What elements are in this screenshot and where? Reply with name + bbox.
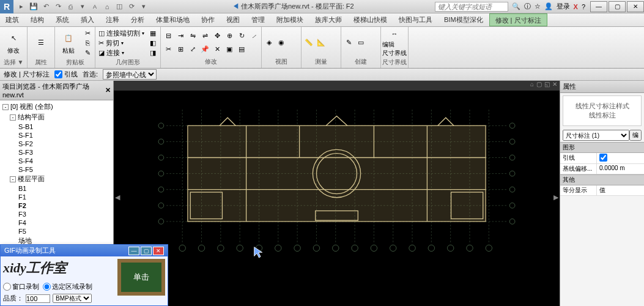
tree-node[interactable]: -楼层平面	[1, 174, 112, 184]
menu-tab-12[interactable]: 楼梯山快模	[348, 13, 393, 26]
tree-node[interactable]: F2	[1, 201, 112, 210]
view-close-icon[interactable]: ✕	[552, 81, 557, 91]
window-record-radio[interactable]: 窗口录制	[3, 282, 39, 291]
ribbon-btn-scale[interactable]: ⤢	[187, 43, 199, 56]
prefer-combo[interactable]: 参照墙中心线	[103, 69, 157, 80]
menu-tab-10[interactable]: 附加模块	[271, 13, 309, 26]
menu-tab-7[interactable]: 协作	[196, 13, 221, 26]
ribbon-btn-array[interactable]: ⊞	[174, 43, 187, 56]
ribbon-btn-del[interactable]: ✕	[211, 43, 223, 56]
qat-3d-icon[interactable]: ◫	[114, 1, 125, 12]
menu-tab-8[interactable]: 视图	[221, 13, 246, 26]
ribbon-btn-cut[interactable]: ✂	[81, 28, 94, 38]
ribbon-btn-v2[interactable]: ◉	[275, 36, 287, 50]
ribbon-btn-c2[interactable]: ▭	[355, 36, 367, 50]
ribbon-btn-join[interactable]: ◪连接▾	[97, 48, 146, 58]
ribbon-btn-trim[interactable]: ⟋	[248, 29, 260, 43]
menu-tab-9[interactable]: 管理	[246, 13, 271, 26]
ribbon-btn-mirror1[interactable]: ⇋	[187, 29, 199, 43]
tree-node[interactable]: S-F3	[1, 148, 112, 157]
ribbon-btn-offset[interactable]: ⇥	[174, 29, 187, 43]
maximize-button[interactable]: ▢	[609, 1, 626, 12]
tree-node[interactable]: F3	[1, 210, 112, 218]
qat-sync-icon[interactable]: ⟳	[126, 1, 137, 12]
ribbon-btn-c1[interactable]: ✎	[342, 36, 355, 50]
view-home-icon[interactable]: ⌂	[530, 81, 534, 91]
ribbon-btn-g2[interactable]: ◧	[147, 38, 159, 48]
tree-node[interactable]: F4	[1, 218, 112, 227]
gif-maximize-button[interactable]: ▢	[141, 247, 152, 255]
drawing-canvas[interactable]: ⌂ ▢ ◱ ✕	[114, 81, 560, 306]
ribbon-btn-pin[interactable]: 📌	[199, 43, 211, 56]
leader-checkbox[interactable]: 引线	[54, 70, 78, 79]
gif-minimize-button[interactable]: —	[128, 247, 139, 255]
ribbon-剪贴板-paste[interactable]: 📋粘贴	[56, 28, 81, 58]
ribbon-btn-align[interactable]: ⊟	[162, 29, 174, 43]
ribbon-btn-grp1[interactable]: ▣	[223, 43, 235, 56]
tree-node[interactable]: F5	[1, 227, 112, 236]
menu-tab-2[interactable]: 系统	[50, 13, 75, 26]
menu-tab-3[interactable]: 插入	[75, 13, 100, 26]
tree-node[interactable]: B1	[1, 184, 112, 193]
format-combo[interactable]: BMP格式	[53, 294, 92, 303]
login-link[interactable]: 登录	[557, 2, 570, 11]
prop-row[interactable]: 等分显示值	[560, 185, 644, 196]
ribbon-btn-copy[interactable]: ⎘	[81, 38, 94, 48]
tree-node[interactable]: -结构平面	[1, 112, 112, 122]
menu-tab-0[interactable]: 建筑	[0, 13, 25, 26]
menu-tab-6[interactable]: 体量和场地	[150, 13, 196, 26]
qat-txt-icon[interactable]: A	[89, 1, 100, 12]
ribbon-btn-split[interactable]: ✂	[162, 43, 174, 56]
qat-home-icon[interactable]: ⌂	[102, 1, 113, 12]
tree-node[interactable]: S-F1	[1, 131, 112, 140]
menu-tab-13[interactable]: 快图与工具	[393, 13, 439, 26]
ribbon-dim-edit[interactable]: ↔编辑尺寸界线	[382, 28, 407, 58]
ribbon-btn-g3[interactable]: ◨	[147, 48, 159, 58]
record-button[interactable]: 单击	[117, 259, 165, 296]
menu-tab-4[interactable]: 注释	[100, 13, 125, 26]
ribbon-btn-grp2[interactable]: ▤	[235, 43, 248, 56]
menu-tab-5[interactable]: 分析	[125, 13, 150, 26]
close-button[interactable]: ✕	[627, 1, 644, 12]
ribbon-btn-g1[interactable]: ▦	[147, 28, 159, 38]
type-selector[interactable]: 尺寸标注 (1)	[563, 130, 629, 141]
menu-tab-14[interactable]: BIM模型深化	[439, 13, 489, 26]
search-icon[interactable]: 🔍	[512, 2, 520, 10]
prop-row[interactable]: 引线	[560, 153, 644, 164]
user-icon[interactable]: 👤	[544, 2, 553, 10]
qat-save-icon[interactable]: 💾	[28, 1, 39, 12]
menu-tab-15[interactable]: 修改 | 尺寸标注	[489, 13, 547, 26]
tree-node[interactable]: S-B1	[1, 122, 112, 131]
ribbon-btn-m2[interactable]: 📐	[315, 36, 327, 50]
qat-open-icon[interactable]: ▸	[16, 1, 27, 12]
region-record-radio[interactable]: 选定区域录制	[43, 282, 92, 291]
ribbon-btn-join-cut[interactable]: ◫连接端切割▾	[97, 28, 146, 38]
edit-type-button[interactable]: 编	[629, 130, 642, 141]
nav-left-icon[interactable]: ◀	[115, 193, 120, 201]
menu-tab-1[interactable]: 结构	[25, 13, 50, 26]
tree-node[interactable]: F1	[1, 193, 112, 201]
qat-more-icon[interactable]: ▾	[77, 1, 88, 12]
view-restore-icon[interactable]: ▢	[536, 81, 542, 91]
quality-input[interactable]	[26, 294, 50, 303]
gif-close-button[interactable]: ✕	[153, 247, 164, 255]
ribbon-btn-m1[interactable]: 📏	[303, 36, 315, 50]
view-max-icon[interactable]: ◱	[544, 81, 550, 91]
menu-tab-11[interactable]: 族库大师	[309, 13, 348, 26]
qat-dd-icon[interactable]: ▾	[138, 1, 149, 12]
browser-close-icon[interactable]: ✕	[105, 86, 111, 94]
tree-node[interactable]: S-F2	[1, 140, 112, 148]
qat-undo-icon[interactable]: ↶	[40, 1, 51, 12]
help-search-input[interactable]	[435, 2, 508, 12]
exchange-icon[interactable]: X	[574, 3, 578, 10]
tree-node[interactable]: S-F4	[1, 157, 112, 165]
tree-node[interactable]: S-F5	[1, 165, 112, 174]
ribbon-btn-v1[interactable]: ◈	[263, 36, 275, 50]
app-logo[interactable]: R	[0, 0, 13, 13]
ribbon-属性-props[interactable]: ☰	[29, 28, 53, 58]
ribbon-btn-rotate[interactable]: ↻	[235, 29, 248, 43]
info-icon[interactable]: ⓘ	[524, 2, 531, 11]
prop-row[interactable]: 基线偏移...0.0000 m	[560, 164, 644, 174]
qat-redo-icon[interactable]: ↷	[53, 1, 64, 12]
nav-right-icon[interactable]: ▶	[553, 193, 558, 201]
